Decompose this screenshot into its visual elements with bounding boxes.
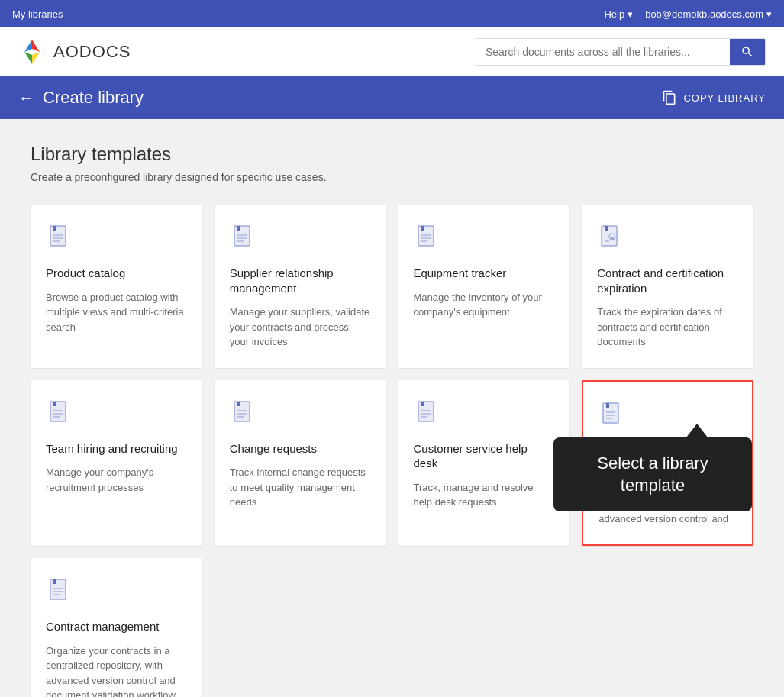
card-equipment-desc: Manage the inventory of your company's e…: [414, 290, 555, 320]
card-doc-icon: [414, 223, 441, 250]
card-team-hiring-title: Team hiring and recruiting: [46, 441, 187, 457]
aodocs-logo-icon: [18, 38, 46, 66]
user-menu[interactable]: bob@demokb.aodocs.com ▾: [645, 8, 772, 20]
back-arrow-icon[interactable]: ←: [18, 89, 34, 107]
copy-library-label: COPY LIBRARY: [683, 92, 766, 104]
search-input[interactable]: [476, 40, 730, 64]
card-customer-service[interactable]: Customer service help desk Track, manage…: [398, 380, 570, 547]
svg-rect-36: [421, 402, 424, 406]
logo-text: AODOCS: [53, 42, 131, 62]
svg-rect-35: [418, 402, 434, 421]
copy-library-button[interactable]: COPY LIBRARY: [662, 90, 766, 105]
card-contract-mgmt-desc: Organize your contracts in a centralized…: [46, 644, 187, 698]
card-contract-cert-desc: Track the expiration dates of contracts …: [597, 305, 738, 350]
section-subtitle: Create a preconfigured library designed …: [31, 171, 753, 183]
card-equipment-tracker[interactable]: Equipment tracker Manage the inventory o…: [398, 205, 570, 368]
user-chevron-icon: ▾: [766, 8, 772, 20]
card-equipment-title: Equipment tracker: [414, 266, 555, 281]
card-change-requests[interactable]: Change requests Track internal change re…: [215, 380, 386, 547]
card-doc-icon: [230, 223, 257, 250]
card-product-catalog-title: Product catalog: [46, 266, 187, 281]
card-supplier-title: Supplier relationship management: [230, 266, 371, 295]
card-contract-mgmt-title: Contract management: [46, 619, 187, 634]
svg-rect-45: [50, 579, 66, 599]
create-library-title: Create library: [43, 88, 144, 108]
card-doc-icon: [230, 399, 257, 426]
card-contract-management[interactable]: Contract management Organize your contra…: [31, 558, 202, 697]
card-contract-cert-title: Contract and certification expiration: [597, 266, 738, 295]
help-button[interactable]: Help ▾: [604, 8, 633, 20]
card-doc-lock-icon: [597, 223, 624, 250]
card-product-catalog[interactable]: Product catalog Browse a product catalog…: [31, 205, 202, 368]
help-chevron-icon: ▾: [628, 8, 633, 20]
svg-rect-40: [603, 403, 618, 423]
my-libraries-link[interactable]: My libraries: [12, 8, 63, 20]
svg-rect-23: [611, 237, 614, 240]
svg-rect-11: [237, 226, 240, 231]
cards-grid-row3: Contract management Organize your contra…: [31, 558, 753, 697]
card-customer-service-title: Customer service help desk: [414, 441, 555, 471]
tooltip-text: Select a library template: [597, 453, 708, 495]
card-change-requests-title: Change requests: [230, 441, 371, 457]
svg-rect-25: [50, 402, 66, 421]
search-button[interactable]: [730, 39, 765, 65]
tooltip-box: Select a library template: [553, 437, 752, 511]
main-content: Library templates Create a preconfigured…: [0, 119, 784, 697]
user-email: bob@demokb.aodocs.com: [645, 8, 763, 20]
card-team-hiring-desc: Manage your company's recruitment proces…: [46, 465, 187, 495]
card-product-catalog-desc: Browse a product catalog with multiple v…: [46, 290, 187, 335]
card-customer-service-desc: Track, manage and resolve help desk requ…: [414, 480, 555, 510]
card-change-requests-desc: Track internal change requests to meet q…: [230, 465, 371, 510]
card-doc-icon: [46, 576, 73, 604]
card-supplier-relationship[interactable]: Supplier relationship management Manage …: [215, 205, 386, 368]
svg-rect-5: [50, 226, 66, 246]
card-team-hiring[interactable]: Team hiring and recruiting Manage your c…: [31, 380, 202, 547]
logo[interactable]: AODOCS: [18, 38, 131, 66]
svg-rect-31: [237, 402, 240, 406]
svg-rect-21: [605, 226, 608, 231]
section-title: Library templates: [31, 144, 753, 165]
svg-rect-41: [606, 403, 609, 408]
top-nav: My libraries Help ▾ bob@demokb.aodocs.co…: [0, 0, 784, 27]
card-contract-certification[interactable]: Contract and certification expiration Tr…: [582, 205, 753, 368]
search-bar: [476, 38, 766, 66]
svg-rect-46: [53, 579, 56, 584]
svg-rect-26: [53, 402, 56, 406]
card-doc-icon: [414, 399, 441, 426]
create-library-bar: ← Create library COPY LIBRARY: [0, 76, 784, 119]
svg-rect-15: [418, 226, 434, 246]
help-label: Help: [604, 8, 624, 20]
search-icon: [740, 45, 754, 59]
svg-rect-6: [53, 226, 56, 231]
header: AODOCS: [0, 27, 784, 76]
card-supplier-desc: Manage your suppliers, validate your con…: [230, 305, 371, 350]
card-doc-icon: [46, 223, 73, 250]
svg-rect-16: [421, 226, 424, 231]
card-doc-icon: [46, 399, 73, 426]
tooltip-wrapper: Select a library template: [553, 424, 752, 511]
copy-icon: [662, 90, 677, 105]
svg-rect-30: [234, 402, 250, 421]
svg-rect-10: [234, 226, 250, 246]
tooltip-arrow-icon: [686, 424, 708, 437]
